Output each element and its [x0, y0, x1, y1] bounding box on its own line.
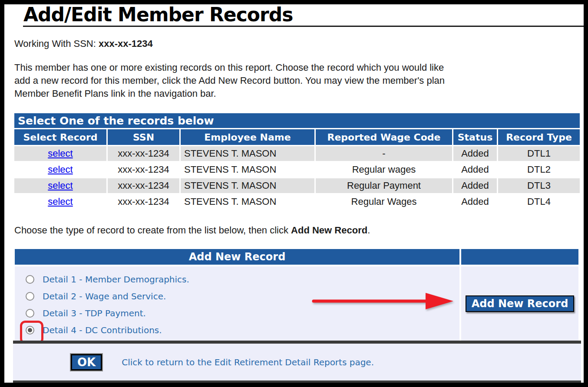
records-table-body: select xxx-xx-1234 STEVENS T. MASON - Ad…	[14, 146, 580, 209]
record-type-cell: DTL4	[498, 194, 580, 209]
employee-name-cell: STEVENS T. MASON	[181, 162, 314, 177]
table-row: select xxx-xx-1234 STEVENS T. MASON - Ad…	[14, 146, 580, 161]
table-row: select xxx-xx-1234 STEVENS T. MASON Regu…	[14, 178, 580, 193]
employee-name-cell: STEVENS T. MASON	[181, 178, 314, 193]
choose-record-instruction: Choose the type of record to create from…	[14, 225, 370, 236]
record-type-cell: DTL3	[498, 178, 580, 193]
intro-line-3: Member Benefit Plans link in the navigat…	[14, 87, 445, 100]
employee-name-cell: STEVENS T. MASON	[181, 146, 314, 161]
records-table-banner: Select One of the records below	[14, 113, 580, 128]
record-type-options: Detail 1 - Member Demographics. Detail 2…	[15, 266, 459, 341]
intro-line-2: add a new record for this member, click …	[14, 74, 445, 87]
option-row-detail-2: Detail 2 - Wage and Service.	[23, 288, 459, 305]
radio-circle-icon	[26, 292, 34, 301]
records-table: Select One of the records below Select R…	[13, 112, 581, 210]
wage-code-cell: Regular Wages	[316, 194, 452, 209]
radio-detail-1[interactable]	[23, 271, 37, 288]
table-row: select xxx-xx-1234 STEVENS T. MASON Regu…	[14, 162, 580, 177]
ssn-cell: xxx-xx-1234	[108, 162, 179, 177]
option-label-detail-2: Detail 2 - Wage and Service.	[43, 291, 166, 302]
working-with-value: xxx-xx-1234	[99, 38, 153, 49]
employee-name-cell: STEVENS T. MASON	[181, 194, 314, 209]
status-cell: Added	[453, 146, 497, 161]
ok-button[interactable]: OK	[71, 354, 102, 371]
page-title: Add/Edit Member Records	[23, 3, 293, 26]
working-with-ssn: Working With SSN: xxx-xx-1234	[14, 38, 153, 49]
select-record-link-dtl3[interactable]: select	[48, 180, 73, 191]
column-header-employee-name: Employee Name	[181, 129, 314, 145]
panel-header-row: Add New Record	[15, 249, 578, 265]
column-header-select-record: Select Record	[14, 129, 106, 145]
record-type-cell: DTL2	[498, 162, 580, 177]
wage-code-cell: -	[316, 146, 452, 161]
column-header-status: Status	[453, 129, 497, 145]
column-header-ssn: SSN	[108, 129, 179, 145]
status-cell: Added	[453, 178, 497, 193]
option-row-detail-4: Detail 4 - DC Contributions.	[23, 321, 459, 338]
add-new-record-button[interactable]: Add New Record	[466, 295, 575, 312]
wage-code-cell: Regular Payment	[316, 178, 452, 193]
select-record-link-dtl1[interactable]: select	[48, 148, 73, 159]
radio-circle-icon	[26, 309, 34, 318]
panel-side-cell: Add New Record	[461, 266, 578, 341]
ssn-cell: xxx-xx-1234	[108, 146, 179, 161]
radio-detail-2[interactable]	[23, 288, 37, 305]
intro-paragraph: This member has one or more existing rec…	[14, 61, 445, 100]
radio-detail-3[interactable]	[23, 305, 37, 321]
option-label-detail-3: Detail 3 - TDP Payment.	[43, 308, 146, 318]
records-table-banner-row: Select One of the records below	[14, 113, 580, 128]
status-cell: Added	[453, 162, 497, 177]
panel-body-row: Detail 1 - Member Demographics. Detail 2…	[15, 266, 578, 341]
choose-instruction-bold: Add New Record	[291, 225, 367, 236]
records-table-header-row: Select Record SSN Employee Name Reported…	[14, 129, 580, 145]
option-row-detail-1: Detail 1 - Member Demographics.	[23, 271, 459, 288]
status-cell: Added	[453, 194, 497, 209]
radio-detail-4[interactable]	[23, 321, 37, 338]
title-underline	[23, 26, 584, 27]
column-header-record-type: Record Type	[498, 129, 580, 145]
table-row: select xxx-xx-1234 STEVENS T. MASON Regu…	[14, 194, 580, 209]
footer-band: OK Click to return to the Edit Retiremen…	[13, 341, 581, 384]
select-record-link-dtl2[interactable]: select	[48, 164, 73, 175]
panel-header: Add New Record	[15, 249, 459, 265]
choose-instruction-period: .	[367, 225, 370, 236]
record-type-cell: DTL1	[498, 146, 580, 161]
ssn-cell: xxx-xx-1234	[108, 178, 179, 193]
option-label-detail-4: Detail 4 - DC Contributions.	[43, 325, 162, 335]
select-record-link-dtl4[interactable]: select	[48, 196, 73, 207]
ssn-cell: xxx-xx-1234	[108, 194, 179, 209]
page: Add/Edit Member Records Working With SSN…	[0, 0, 588, 387]
intro-line-1: This member has one or more existing rec…	[14, 61, 445, 74]
panel-header-side	[461, 249, 578, 265]
wage-code-cell: Regular wages	[316, 162, 452, 177]
working-with-label: Working With SSN:	[14, 38, 99, 49]
option-row-detail-3: Detail 3 - TDP Payment.	[23, 305, 459, 321]
radio-circle-icon	[26, 326, 34, 335]
radio-circle-icon	[26, 275, 34, 284]
choose-instruction-text: Choose the type of record to create from…	[14, 225, 291, 236]
ok-description: Click to return to the Edit Retirement D…	[122, 357, 374, 367]
column-header-reported-wage-code: Reported Wage Code	[316, 129, 452, 145]
add-new-record-panel: Add New Record Detail 1 - Member Demogra…	[13, 247, 580, 343]
option-label-detail-1: Detail 1 - Member Demographics.	[43, 274, 189, 285]
